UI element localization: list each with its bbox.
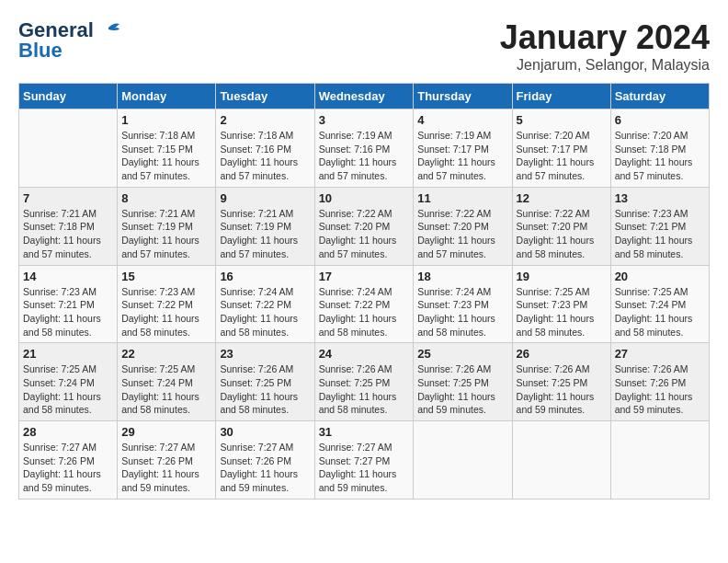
- day-info: Sunrise: 7:26 AM Sunset: 7:25 PM Dayligh…: [517, 362, 607, 417]
- day-info: Sunrise: 7:27 AM Sunset: 7:26 PM Dayligh…: [121, 441, 211, 495]
- day-info: Sunrise: 7:26 AM Sunset: 7:25 PM Dayligh…: [417, 362, 507, 417]
- day-number: 21: [23, 347, 113, 361]
- day-info: Sunrise: 7:22 AM Sunset: 7:20 PM Dayligh…: [517, 207, 607, 261]
- day-number: 11: [417, 191, 507, 205]
- day-number: 19: [517, 270, 607, 283]
- day-info: Sunrise: 7:25 AM Sunset: 7:23 PM Dayligh…: [517, 285, 607, 339]
- day-number: 20: [615, 270, 705, 283]
- day-number: 7: [23, 191, 113, 205]
- day-cell: [512, 421, 610, 500]
- day-info: Sunrise: 7:20 AM Sunset: 7:18 PM Dayligh…: [615, 129, 705, 183]
- day-number: 28: [23, 425, 113, 439]
- day-cell: 11Sunrise: 7:22 AM Sunset: 7:20 PM Dayli…: [414, 187, 512, 265]
- day-number: 3: [319, 113, 410, 127]
- day-cell: 16Sunrise: 7:24 AM Sunset: 7:22 PM Dayli…: [216, 265, 314, 343]
- day-cell: [414, 421, 512, 500]
- day-cell: 13Sunrise: 7:23 AM Sunset: 7:21 PM Dayli…: [610, 187, 709, 265]
- day-number: 13: [615, 191, 705, 205]
- calendar-table: SundayMondayTuesdayWednesdayThursdayFrid…: [18, 83, 710, 500]
- day-info: Sunrise: 7:22 AM Sunset: 7:20 PM Dayligh…: [417, 207, 507, 261]
- day-number: 26: [517, 347, 607, 361]
- day-number: 12: [517, 191, 607, 205]
- day-cell: 6Sunrise: 7:20 AM Sunset: 7:18 PM Daylig…: [610, 109, 709, 188]
- day-number: 1: [121, 113, 211, 127]
- logo-bird-icon: [96, 20, 121, 40]
- day-number: 2: [220, 113, 310, 127]
- day-info: Sunrise: 7:22 AM Sunset: 7:20 PM Dayligh…: [319, 207, 410, 261]
- calendar-subtitle: Jenjarum, Selangor, Malaysia: [500, 57, 710, 74]
- day-info: Sunrise: 7:25 AM Sunset: 7:24 PM Dayligh…: [23, 362, 113, 417]
- day-info: Sunrise: 7:23 AM Sunset: 7:21 PM Dayligh…: [23, 285, 113, 339]
- day-cell: 14Sunrise: 7:23 AM Sunset: 7:21 PM Dayli…: [19, 265, 118, 343]
- day-info: Sunrise: 7:25 AM Sunset: 7:24 PM Dayligh…: [121, 362, 211, 417]
- day-cell: 10Sunrise: 7:22 AM Sunset: 7:20 PM Dayli…: [314, 187, 414, 265]
- day-cell: 24Sunrise: 7:26 AM Sunset: 7:25 PM Dayli…: [314, 343, 414, 421]
- column-header-monday: Monday: [118, 84, 216, 109]
- column-header-tuesday: Tuesday: [216, 84, 314, 109]
- day-info: Sunrise: 7:24 AM Sunset: 7:23 PM Dayligh…: [417, 285, 507, 339]
- day-number: 4: [417, 113, 507, 127]
- day-number: 14: [23, 270, 113, 283]
- day-number: 5: [517, 113, 607, 127]
- day-info: Sunrise: 7:21 AM Sunset: 7:19 PM Dayligh…: [121, 207, 211, 261]
- day-number: 22: [121, 347, 211, 361]
- day-cell: 2Sunrise: 7:18 AM Sunset: 7:16 PM Daylig…: [216, 109, 314, 188]
- day-info: Sunrise: 7:27 AM Sunset: 7:26 PM Dayligh…: [23, 441, 113, 495]
- day-cell: 15Sunrise: 7:23 AM Sunset: 7:22 PM Dayli…: [118, 265, 216, 343]
- column-header-wednesday: Wednesday: [314, 84, 414, 109]
- day-number: 24: [319, 347, 410, 361]
- day-info: Sunrise: 7:19 AM Sunset: 7:17 PM Dayligh…: [417, 129, 507, 183]
- day-cell: 20Sunrise: 7:25 AM Sunset: 7:24 PM Dayli…: [610, 265, 709, 343]
- column-header-thursday: Thursday: [414, 84, 512, 109]
- day-cell: 27Sunrise: 7:26 AM Sunset: 7:26 PM Dayli…: [610, 343, 709, 421]
- calendar-header-row: SundayMondayTuesdayWednesdayThursdayFrid…: [19, 84, 710, 109]
- day-number: 25: [417, 347, 507, 361]
- day-number: 31: [319, 425, 410, 439]
- day-cell: 30Sunrise: 7:27 AM Sunset: 7:26 PM Dayli…: [216, 421, 314, 500]
- day-cell: 19Sunrise: 7:25 AM Sunset: 7:23 PM Dayli…: [512, 265, 610, 343]
- day-number: 29: [121, 425, 211, 439]
- day-cell: 12Sunrise: 7:22 AM Sunset: 7:20 PM Dayli…: [512, 187, 610, 265]
- day-cell: 7Sunrise: 7:21 AM Sunset: 7:18 PM Daylig…: [19, 187, 118, 265]
- day-cell: 1Sunrise: 7:18 AM Sunset: 7:15 PM Daylig…: [118, 109, 216, 188]
- day-number: 9: [220, 191, 310, 205]
- column-header-friday: Friday: [512, 84, 610, 109]
- day-info: Sunrise: 7:23 AM Sunset: 7:22 PM Dayligh…: [121, 285, 211, 339]
- day-info: Sunrise: 7:26 AM Sunset: 7:25 PM Dayligh…: [319, 362, 410, 417]
- day-info: Sunrise: 7:27 AM Sunset: 7:27 PM Dayligh…: [319, 441, 410, 495]
- day-info: Sunrise: 7:24 AM Sunset: 7:22 PM Dayligh…: [319, 285, 410, 339]
- day-cell: 22Sunrise: 7:25 AM Sunset: 7:24 PM Dayli…: [118, 343, 216, 421]
- logo: General Blue: [18, 18, 121, 63]
- week-row-1: 1Sunrise: 7:18 AM Sunset: 7:15 PM Daylig…: [19, 109, 710, 188]
- day-number: 17: [319, 270, 410, 283]
- day-cell: 18Sunrise: 7:24 AM Sunset: 7:23 PM Dayli…: [414, 265, 512, 343]
- week-row-4: 21Sunrise: 7:25 AM Sunset: 7:24 PM Dayli…: [19, 343, 710, 421]
- column-header-sunday: Sunday: [19, 84, 118, 109]
- day-cell: 31Sunrise: 7:27 AM Sunset: 7:27 PM Dayli…: [314, 421, 414, 500]
- calendar-title: January 2024: [500, 18, 710, 57]
- day-number: 6: [615, 113, 705, 127]
- day-number: 23: [220, 347, 310, 361]
- day-info: Sunrise: 7:19 AM Sunset: 7:16 PM Dayligh…: [319, 129, 410, 183]
- day-cell: 26Sunrise: 7:26 AM Sunset: 7:25 PM Dayli…: [512, 343, 610, 421]
- day-info: Sunrise: 7:21 AM Sunset: 7:19 PM Dayligh…: [220, 207, 310, 261]
- logo-blue: Blue: [18, 39, 63, 63]
- week-row-3: 14Sunrise: 7:23 AM Sunset: 7:21 PM Dayli…: [19, 265, 710, 343]
- column-header-saturday: Saturday: [610, 84, 709, 109]
- day-number: 10: [319, 191, 410, 205]
- day-info: Sunrise: 7:26 AM Sunset: 7:26 PM Dayligh…: [615, 362, 705, 417]
- day-cell: [610, 421, 709, 500]
- week-row-2: 7Sunrise: 7:21 AM Sunset: 7:18 PM Daylig…: [19, 187, 710, 265]
- day-cell: 23Sunrise: 7:26 AM Sunset: 7:25 PM Dayli…: [216, 343, 314, 421]
- week-row-5: 28Sunrise: 7:27 AM Sunset: 7:26 PM Dayli…: [19, 421, 710, 500]
- day-info: Sunrise: 7:23 AM Sunset: 7:21 PM Dayligh…: [615, 207, 705, 261]
- day-cell: 5Sunrise: 7:20 AM Sunset: 7:17 PM Daylig…: [512, 109, 610, 188]
- day-cell: 17Sunrise: 7:24 AM Sunset: 7:22 PM Dayli…: [314, 265, 414, 343]
- day-info: Sunrise: 7:21 AM Sunset: 7:18 PM Dayligh…: [23, 207, 113, 261]
- day-number: 18: [417, 270, 507, 283]
- title-area: January 2024 Jenjarum, Selangor, Malaysi…: [500, 18, 710, 74]
- day-cell: 25Sunrise: 7:26 AM Sunset: 7:25 PM Dayli…: [414, 343, 512, 421]
- day-info: Sunrise: 7:20 AM Sunset: 7:17 PM Dayligh…: [517, 129, 607, 183]
- day-info: Sunrise: 7:25 AM Sunset: 7:24 PM Dayligh…: [615, 285, 705, 339]
- day-cell: 8Sunrise: 7:21 AM Sunset: 7:19 PM Daylig…: [118, 187, 216, 265]
